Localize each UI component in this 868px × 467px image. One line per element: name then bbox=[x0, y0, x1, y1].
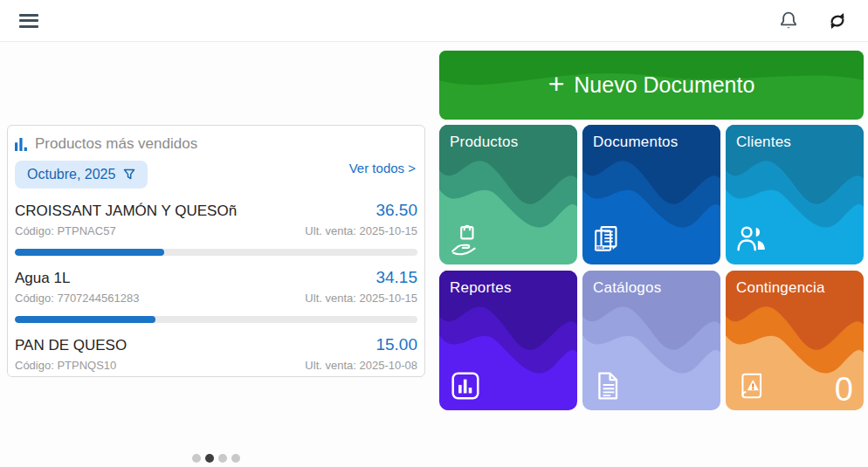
document-lines-icon bbox=[593, 370, 624, 402]
product-row[interactable]: CROISSANT JAMÓN Y QUESOñ 36.50 Código: P… bbox=[15, 200, 417, 256]
contingency-count: 0 bbox=[835, 372, 853, 409]
home-actions-panel: + Nuevo Documento Productos bbox=[439, 51, 864, 410]
month-filter-pill[interactable]: Octubre, 2025 bbox=[15, 161, 148, 189]
pagination-dots bbox=[7, 450, 425, 466]
bell-icon bbox=[777, 10, 800, 32]
topbar bbox=[0, 0, 868, 42]
new-document-button[interactable]: + Nuevo Documento bbox=[439, 51, 864, 120]
hamburger-icon bbox=[19, 10, 38, 31]
page-dot[interactable] bbox=[231, 454, 240, 463]
card-title: Productos más vendidos bbox=[35, 135, 197, 153]
view-all-link[interactable]: Ver todos > bbox=[349, 161, 416, 175]
sync-icon bbox=[826, 10, 849, 32]
tiles-grid: Productos Documentos XML bbox=[439, 125, 864, 410]
users-icon bbox=[736, 224, 768, 256]
tile-label: Contingencia bbox=[736, 279, 825, 297]
page-dot[interactable] bbox=[192, 454, 201, 463]
product-value: 34.15 bbox=[375, 267, 417, 287]
product-code: Código: 7707244561283 bbox=[15, 291, 139, 306]
product-progress-fill bbox=[15, 249, 164, 256]
product-row[interactable]: PAN DE QUESO 15.00 Código: PTPNQS10 Ult.… bbox=[15, 334, 417, 373]
tile-contingencia[interactable]: Contingencia 0 bbox=[726, 271, 864, 410]
product-value: 36.50 bbox=[375, 200, 417, 220]
notifications-button[interactable] bbox=[774, 6, 803, 36]
tile-label: Catálogos bbox=[593, 279, 661, 297]
tile-label: Documentos bbox=[593, 134, 678, 151]
new-document-label: Nuevo Documento bbox=[574, 72, 754, 98]
bar-chart-square-icon bbox=[450, 370, 481, 402]
page-dot[interactable] bbox=[205, 454, 214, 463]
tile-catalogos[interactable]: Catálogos bbox=[582, 271, 720, 410]
product-last-sale: Ult. venta: 2025-10-15 bbox=[305, 291, 417, 306]
bar-chart-icon bbox=[15, 138, 28, 151]
tile-label: Productos bbox=[450, 134, 518, 151]
product-value: 15.00 bbox=[375, 334, 417, 354]
funnel-icon bbox=[123, 168, 135, 181]
page-dot[interactable] bbox=[218, 454, 227, 463]
tile-productos[interactable]: Productos bbox=[439, 125, 577, 264]
plus-icon: + bbox=[548, 70, 565, 98]
svg-text:XML: XML bbox=[596, 246, 604, 251]
tile-reportes[interactable]: Reportes bbox=[439, 271, 577, 410]
product-code: Código: PTPNQS10 bbox=[15, 358, 116, 373]
product-progress-fill bbox=[15, 316, 155, 323]
menu-button[interactable] bbox=[16, 7, 42, 34]
documents-xml-icon: XML bbox=[593, 224, 624, 256]
topbar-actions bbox=[774, 6, 852, 36]
product-code: Código: PTPNAC57 bbox=[15, 223, 116, 238]
product-name: CROISSANT JAMÓN Y QUESOñ bbox=[15, 201, 237, 221]
tile-documentos[interactable]: Documentos XML bbox=[582, 125, 720, 264]
product-name: Agua 1L bbox=[15, 268, 70, 288]
product-progress-track bbox=[15, 316, 417, 323]
best-sellers-header: Productos más vendidos Ver todos > bbox=[15, 135, 417, 153]
tile-label: Reportes bbox=[450, 279, 512, 297]
product-progress-track bbox=[15, 249, 417, 256]
product-row[interactable]: Agua 1L 34.15 Código: 7707244561283 Ult.… bbox=[15, 267, 417, 323]
product-last-sale: Ult. venta: 2025-10-08 bbox=[305, 358, 417, 373]
product-name: PAN DE QUESO bbox=[15, 335, 127, 355]
sync-button[interactable] bbox=[823, 6, 852, 36]
product-last-sale: Ult. venta: 2025-10-15 bbox=[305, 223, 417, 238]
hand-bag-icon bbox=[450, 224, 481, 256]
tile-label: Clientes bbox=[736, 134, 791, 151]
best-sellers-card: Productos más vendidos Ver todos > Octub… bbox=[7, 125, 425, 377]
tile-clientes[interactable]: Clientes bbox=[726, 125, 864, 264]
month-filter-label: Octubre, 2025 bbox=[27, 167, 115, 182]
contingency-scroll-icon bbox=[736, 370, 768, 402]
